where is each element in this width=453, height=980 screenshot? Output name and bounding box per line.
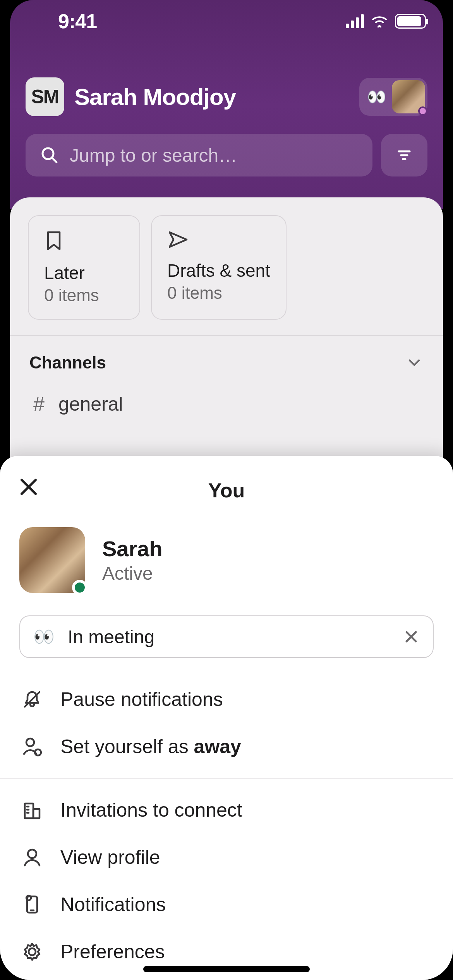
eyes-icon: 👀 xyxy=(33,627,55,647)
profile-avatar xyxy=(19,527,85,593)
bookmark-icon xyxy=(44,230,63,252)
device-frame: 9:41 SM Sarah Moodjoy 👀 xyxy=(0,0,453,980)
channels-label: Channels xyxy=(29,353,106,372)
preferences-item[interactable]: Preferences xyxy=(0,928,453,963)
you-sheet: You Sarah Active 👀 In meeting xyxy=(0,456,453,980)
gear-icon xyxy=(21,941,43,963)
channel-row-general[interactable]: # general xyxy=(10,380,443,428)
divider xyxy=(0,778,453,779)
filter-button[interactable] xyxy=(381,134,427,176)
svg-line-1 xyxy=(52,158,57,162)
hash-icon: # xyxy=(33,392,45,416)
workspace-badge[interactable]: SM xyxy=(26,77,64,116)
clear-status-icon[interactable] xyxy=(403,628,420,645)
header-avatar[interactable] xyxy=(392,80,425,113)
set-away-item[interactable]: Set yourself as away xyxy=(0,723,453,770)
menu-label: Invitations to connect xyxy=(60,799,242,821)
close-icon[interactable] xyxy=(17,475,40,499)
search-placeholder: Jump to or search… xyxy=(70,145,237,166)
channels-section-header[interactable]: Channels xyxy=(10,336,443,380)
profile-row[interactable]: Sarah Active xyxy=(0,508,453,608)
drafts-title: Drafts & sent xyxy=(167,260,270,281)
later-title: Later xyxy=(44,262,124,283)
svg-point-10 xyxy=(26,738,34,746)
bell-snooze-icon xyxy=(21,688,43,711)
view-profile-item[interactable]: View profile xyxy=(0,834,453,881)
channel-name: general xyxy=(58,393,123,415)
later-card[interactable]: Later 0 items xyxy=(28,215,140,320)
chevron-down-icon xyxy=(405,353,424,372)
phone-badge-icon xyxy=(21,893,43,916)
eyes-icon: 👀 xyxy=(362,85,392,109)
menu-label: Notifications xyxy=(60,893,166,916)
presence-dot xyxy=(418,106,427,116)
buildings-icon xyxy=(21,799,43,821)
profile-name: Sarah xyxy=(102,536,163,561)
send-icon xyxy=(167,230,189,249)
workspace-title[interactable]: Sarah Moodjoy xyxy=(74,84,349,110)
svg-rect-12 xyxy=(25,804,33,818)
svg-point-19 xyxy=(26,896,31,900)
svg-point-21 xyxy=(29,948,36,955)
notifications-item[interactable]: Notifications xyxy=(0,881,453,928)
sheet-title: You xyxy=(208,479,245,502)
menu-label: Preferences xyxy=(60,941,165,963)
drafts-subtitle: 0 items xyxy=(167,283,270,303)
person-presence-icon xyxy=(21,735,43,758)
status-time: 9:41 xyxy=(58,10,97,33)
menu-label: Pause notifications xyxy=(60,688,223,711)
drafts-card[interactable]: Drafts & sent 0 items xyxy=(151,215,287,320)
battery-icon xyxy=(395,14,426,29)
header-status-pill[interactable]: 👀 xyxy=(359,78,427,116)
person-icon xyxy=(21,846,43,869)
svg-rect-13 xyxy=(33,809,39,818)
presence-dot-active xyxy=(72,580,88,595)
status-text: In meeting xyxy=(68,626,390,648)
status-field[interactable]: 👀 In meeting xyxy=(19,615,434,658)
profile-presence: Active xyxy=(102,563,163,584)
later-subtitle: 0 items xyxy=(44,286,124,305)
cellular-icon xyxy=(346,14,364,28)
search-icon xyxy=(40,146,59,164)
home-indicator[interactable] xyxy=(143,966,310,972)
menu-label: Set yourself as away xyxy=(60,735,241,758)
menu-label: View profile xyxy=(60,846,160,869)
search-input[interactable]: Jump to or search… xyxy=(26,134,372,176)
filter-icon xyxy=(395,146,414,164)
invitations-item[interactable]: Invitations to connect xyxy=(0,786,453,834)
svg-point-17 xyxy=(28,850,36,858)
status-bar: 9:41 xyxy=(0,0,453,43)
status-indicators xyxy=(346,14,426,29)
wifi-icon xyxy=(371,15,388,27)
pause-notifications-item[interactable]: Pause notifications xyxy=(0,676,453,723)
